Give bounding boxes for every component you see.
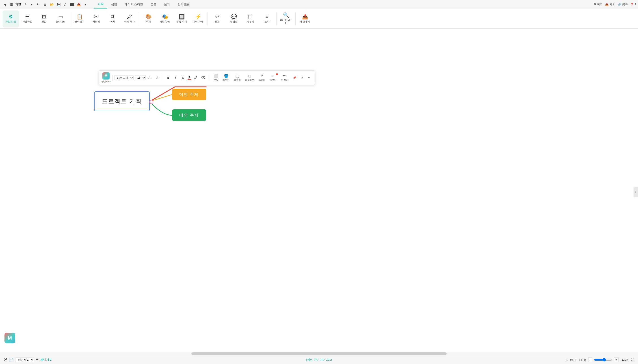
eraser-button[interactable]: ⌫	[200, 74, 206, 81]
export-button[interactable]: ⬛	[69, 2, 75, 8]
tool-kanban[interactable]: ⊞ 칸반	[36, 10, 52, 27]
tool-format-copy[interactable]: 🖌 서식 복사	[121, 10, 137, 27]
ft-branch-btn[interactable]: ⑂ 브랜치	[257, 73, 267, 82]
float-toolbar: M 생성하다 맑은 고딕 18 A+ A- B I U A	[99, 70, 315, 85]
tool-outline[interactable]: ☰ 아웃라인	[19, 10, 36, 27]
central-node[interactable]: 프로젝트 기획	[94, 92, 150, 111]
connection-point[interactable]	[149, 100, 153, 104]
ft-border-btn[interactable]: ⬚ 테두리	[232, 73, 243, 83]
view-1-icon[interactable]: ▤	[570, 358, 573, 362]
post-button[interactable]: 📤 게시	[605, 2, 615, 6]
share-button[interactable]: 🔗 공유	[617, 2, 628, 6]
paste-icon: 📋	[77, 14, 83, 19]
page-select[interactable]: 페이지-1	[15, 357, 34, 362]
view-4-icon[interactable]: ⊠	[584, 358, 586, 362]
bold-button[interactable]: B	[165, 74, 171, 81]
tab-page-style[interactable]: 페이지 스타일	[121, 0, 147, 9]
view-2-icon[interactable]: ⊡	[575, 358, 577, 362]
ai-logo-corner[interactable]: M	[5, 333, 15, 344]
node-main-topic-2[interactable]: 메인 주제	[172, 109, 206, 121]
ft-fill-btn[interactable]: 🪣 채우기	[221, 73, 231, 83]
map-view-icon[interactable]: 🗺	[4, 358, 7, 362]
fit-view-icon[interactable]: ⊞	[566, 358, 568, 362]
tool-export[interactable]: 📤 내보내기	[297, 10, 313, 27]
horizontal-scrollbar[interactable]	[0, 352, 638, 355]
tool-cut[interactable]: ✂ 자르기	[88, 10, 104, 27]
toolbar-sep-3	[208, 12, 208, 26]
font-size-select[interactable]: 18	[135, 75, 146, 80]
tool-relation[interactable]: ↩ 관계	[209, 10, 225, 27]
undo-dropdown[interactable]: ▾	[29, 2, 35, 8]
text-color-letter: A	[188, 76, 190, 79]
tab-advanced[interactable]: 고급	[147, 0, 160, 9]
right-collapse-btn[interactable]: ›	[633, 186, 638, 197]
toolbar-expand-btn[interactable]: ▼	[306, 74, 312, 81]
slide-icon: ▭	[58, 14, 63, 19]
share-nav-button[interactable]: 📤	[76, 2, 82, 8]
open-button[interactable]: 📂	[49, 2, 55, 8]
ft-connector-btn[interactable]: ↔ 커넥터	[268, 73, 278, 82]
ft-more-btn[interactable]: ••• 더 보기	[279, 73, 290, 82]
view-3-icon[interactable]: ⊟	[579, 358, 582, 362]
tab-insert[interactable]: 삽입	[108, 0, 121, 9]
zoom-plus-button[interactable]: +	[614, 357, 619, 362]
toolbar-close-btn[interactable]: ✕	[300, 76, 305, 80]
tool-summary[interactable]: ≡ 요약	[259, 10, 275, 27]
tool-find[interactable]: 🔍 찾기 & 바꾸기	[278, 10, 294, 27]
tab-embed[interactable]: 일체 포함	[174, 0, 194, 9]
status-info: [메인 아이디어 101]	[306, 358, 332, 362]
tool-copy[interactable]: ⧉ 복사	[105, 10, 121, 27]
zoom-slider[interactable]	[594, 358, 612, 362]
font-size-decrease[interactable]: A-	[155, 74, 161, 81]
page-view-icon[interactable]: 📄	[9, 358, 14, 362]
add-page-button[interactable]: +	[36, 357, 39, 362]
back-button[interactable]: ◀	[2, 2, 8, 8]
toolbar-pin-btn[interactable]: 📌	[292, 76, 297, 80]
undo-button[interactable]: ↺	[22, 2, 28, 8]
tool-paste[interactable]: 📋 붙여넣기	[72, 10, 88, 27]
font-size-increase[interactable]: A+	[147, 74, 153, 81]
toolbar-sep-4	[276, 12, 277, 26]
toolbar-sep-5	[295, 12, 296, 26]
new-button[interactable]: ⊞	[42, 2, 48, 8]
tool-theme[interactable]: 🎨 주제	[140, 10, 156, 27]
fit-icon: 🖥	[593, 3, 596, 6]
main-toolbar: ⚙ 마인드 맵 ☰ 아웃라인 ⊞ 칸반 ▭ 슬라이드 📋 붙여넣기 ✂ 자르기 …	[0, 9, 638, 29]
highlight-button[interactable]: 🖊	[193, 74, 199, 81]
find-icon: 🔍	[283, 13, 289, 18]
tool-sub-theme[interactable]: 🎭 서브 주제	[157, 10, 173, 27]
fit-button[interactable]: 🖥 피지	[593, 2, 603, 6]
ft-shape-btn[interactable]: ⬜ 모양	[212, 73, 220, 83]
help-button[interactable]: ❓ ?	[630, 3, 636, 6]
underline-button[interactable]: U	[180, 74, 186, 81]
ai-generate-logo[interactable]: M	[102, 72, 110, 80]
tool-mindmap[interactable]: ⚙ 마인드 맵	[3, 10, 19, 27]
titlebar: ◀ ☰ 파일 ↺ ▾ ↻ ⊞ 📂 💾 🖨 ⬛ 📤 ▾ 시작 삽입 페이지 스타일…	[0, 0, 638, 9]
print-button[interactable]: 🖨	[62, 2, 68, 8]
border-icon: ⬚	[248, 14, 253, 19]
fullscreen-icon[interactable]: ⛶	[631, 358, 634, 362]
page-name: 페이지-1	[40, 358, 52, 362]
tool-slide[interactable]: ▭ 슬라이드	[53, 10, 69, 27]
italic-button[interactable]: I	[172, 74, 179, 81]
tab-view[interactable]: 보기	[161, 0, 174, 9]
tool-callout[interactable]: 💬 설명선	[226, 10, 242, 27]
export-icon: 📤	[302, 14, 308, 19]
tool-multi-theme[interactable]: ⚡ 여러 주제	[190, 10, 206, 27]
tool-float-theme[interactable]: 🔲 부동 주제	[174, 10, 190, 27]
save-button[interactable]: 💾	[56, 2, 62, 8]
callout-icon: 💬	[231, 14, 237, 19]
more-nav-button[interactable]: ▾	[83, 2, 88, 8]
tab-start[interactable]: 시작	[94, 0, 107, 9]
sub-theme-icon: 🎭	[162, 14, 168, 19]
scrollbar-thumb[interactable]	[191, 352, 447, 355]
tool-border[interactable]: ⬚ 테두리	[242, 10, 258, 27]
menu-button[interactable]: ☰	[9, 2, 14, 8]
ft-layout-btn[interactable]: ⊞ 레이아웃	[243, 73, 256, 83]
zoom-minus-button[interactable]: -	[588, 357, 592, 362]
canvas-area[interactable]: › 프로젝트 기획 메인 주제 메인 주제	[0, 29, 638, 355]
node-main-topic-1[interactable]: 메인 주제	[172, 89, 206, 100]
font-select[interactable]: 맑은 고딕	[114, 75, 134, 80]
redo-button[interactable]: ↻	[36, 2, 41, 8]
text-color-button[interactable]: A	[188, 76, 191, 80]
